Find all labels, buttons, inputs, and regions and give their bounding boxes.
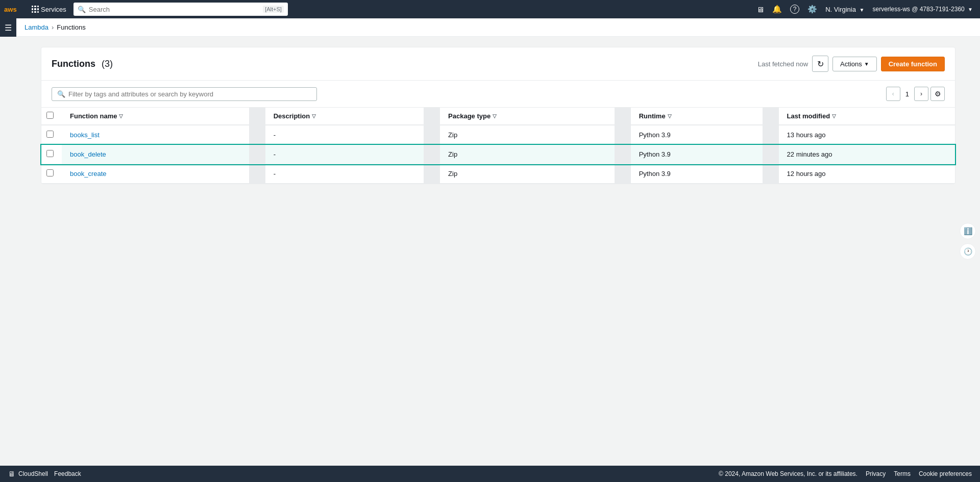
function-name-cell: books_list <box>62 125 249 145</box>
col-divider-4 <box>763 108 779 125</box>
account-selector[interactable]: serverless-ws @ 4783-7191-2360 ▼ <box>869 4 976 15</box>
filter-bar: 🔍 ‹ 1 › ⚙ <box>41 81 955 108</box>
table-row: book_create-ZipPython 3.912 hours ago <box>41 164 955 184</box>
function-link-book_create[interactable]: book_create <box>70 170 107 177</box>
panel-header: Functions (3) Last fetched now ↻ Actions… <box>41 47 955 81</box>
col-divider <box>424 164 440 184</box>
create-function-button[interactable]: Create function <box>881 57 945 71</box>
search-icon: 🔍 <box>78 6 86 13</box>
functions-table: Function name ▽ Description ▽ <box>41 108 955 184</box>
next-page-button[interactable]: › <box>914 87 928 101</box>
description-cell: - <box>265 125 424 145</box>
page-number: 1 <box>902 90 912 98</box>
description-cell: - <box>265 145 424 164</box>
row-checkbox-cell <box>41 164 62 184</box>
col-divider-1 <box>249 108 265 125</box>
sort-icon-package-type: ▽ <box>493 113 497 119</box>
col-header-runtime[interactable]: Runtime ▽ <box>631 108 763 125</box>
table-header: Function name ▽ Description ▽ <box>41 108 955 125</box>
package-type-col-label: Package type <box>448 112 491 120</box>
main-content: Functions (3) Last fetched now ↻ Actions… <box>16 37 980 194</box>
runtime-cell: Python 3.9 <box>631 125 763 145</box>
prev-page-button[interactable]: ‹ <box>886 87 900 101</box>
row-checkbox-cell <box>41 125 62 145</box>
last-modified-cell: 22 minutes ago <box>779 145 955 164</box>
global-search-input[interactable] <box>89 6 260 13</box>
table-settings-button[interactable]: ⚙ <box>930 87 945 101</box>
actions-button[interactable]: Actions ▼ <box>832 57 877 71</box>
breadcrumb-lambda-link[interactable]: Lambda <box>24 23 48 31</box>
search-shortcut: [Alt+S] <box>263 6 284 13</box>
col-header-function-name[interactable]: Function name ▽ <box>62 108 249 125</box>
panel-title: Functions <box>52 59 95 69</box>
last-modified-cell: 13 hours ago <box>779 125 955 145</box>
refresh-button[interactable]: ↻ <box>812 56 828 72</box>
runtime-cell: Python 3.9 <box>631 164 763 184</box>
function-link-book_delete[interactable]: book_delete <box>70 150 106 158</box>
row-checkbox-cell <box>41 145 62 164</box>
breadcrumb-bar: Lambda › Functions <box>0 18 980 37</box>
col-divider <box>763 145 779 164</box>
function-name-cell: book_delete <box>62 145 249 164</box>
col-divider-3 <box>615 108 631 125</box>
description-cell: - <box>265 164 424 184</box>
terminal-icon: 🖥 <box>756 5 764 14</box>
col-divider <box>249 125 265 145</box>
grid-icon <box>32 6 39 13</box>
top-navigation: aws Services 🔍 [Alt+S] 🖥 🔔 ? <box>0 0 980 18</box>
aws-logo[interactable]: aws <box>4 4 22 15</box>
chevron-left-icon: ‹ <box>892 90 894 97</box>
cloudshell-icon-btn[interactable]: 🖥 <box>753 3 767 16</box>
sort-icon-last-modified: ▽ <box>832 113 836 119</box>
filter-input[interactable] <box>68 90 311 98</box>
region-label: N. Virginia <box>825 6 856 13</box>
filter-search-icon: 🔍 <box>57 90 65 98</box>
function-name-col-label: Function name <box>70 112 117 120</box>
col-divider <box>615 145 631 164</box>
function-link-books_list[interactable]: books_list <box>70 131 100 139</box>
svg-text:aws: aws <box>4 6 17 13</box>
row-checkbox-book_create[interactable] <box>46 169 54 176</box>
col-divider-2 <box>424 108 440 125</box>
filter-input-wrapper[interactable]: 🔍 <box>52 87 317 101</box>
global-search-bar[interactable]: 🔍 [Alt+S] <box>74 3 288 16</box>
region-selector[interactable]: N. Virginia ▼ <box>822 4 867 15</box>
table-settings-icon: ⚙ <box>935 90 941 98</box>
description-col-label: Description <box>274 112 310 120</box>
runtime-col-label: Runtime <box>639 112 666 120</box>
notifications-btn[interactable]: 🔔 <box>769 3 785 16</box>
col-divider <box>424 125 440 145</box>
gear-icon: ⚙️ <box>807 5 817 14</box>
support-btn[interactable]: ? <box>787 3 802 16</box>
nav-right-section: 🖥 🔔 ? ⚙️ N. Virginia ▼ serverless-ws @ 4… <box>753 3 976 16</box>
panel-count: (3) <box>102 59 113 69</box>
row-checkbox-books_list[interactable] <box>46 131 54 138</box>
col-divider <box>615 164 631 184</box>
side-menu-toggle[interactable]: ☰ <box>0 18 16 37</box>
sort-icon-description: ▽ <box>312 113 316 119</box>
col-header-package-type[interactable]: Package type ▽ <box>440 108 615 125</box>
row-checkbox-book_delete[interactable] <box>46 150 54 157</box>
actions-label: Actions <box>840 60 862 68</box>
col-divider <box>763 125 779 145</box>
package-type-cell: Zip <box>440 145 615 164</box>
functions-panel: Functions (3) Last fetched now ↻ Actions… <box>41 47 955 184</box>
table-row: books_list-ZipPython 3.913 hours ago <box>41 125 955 145</box>
bell-icon: 🔔 <box>772 5 782 14</box>
select-all-header[interactable] <box>41 108 62 125</box>
last-modified-col-label: Last modified <box>787 112 830 120</box>
select-all-checkbox[interactable] <box>46 112 54 119</box>
col-divider <box>615 125 631 145</box>
services-button[interactable]: Services <box>29 4 69 15</box>
col-divider <box>763 164 779 184</box>
pagination-controls: ‹ 1 › ⚙ <box>886 87 945 101</box>
col-header-last-modified[interactable]: Last modified ▽ <box>779 108 955 125</box>
col-header-description[interactable]: Description ▽ <box>265 108 424 125</box>
region-chevron-icon: ▼ <box>860 7 865 13</box>
col-divider <box>424 145 440 164</box>
breadcrumb-current: Functions <box>57 23 85 31</box>
settings-nav-btn[interactable]: ⚙️ <box>804 3 820 16</box>
create-function-label: Create function <box>889 60 937 68</box>
breadcrumb-separator: › <box>52 23 54 31</box>
col-divider <box>249 145 265 164</box>
